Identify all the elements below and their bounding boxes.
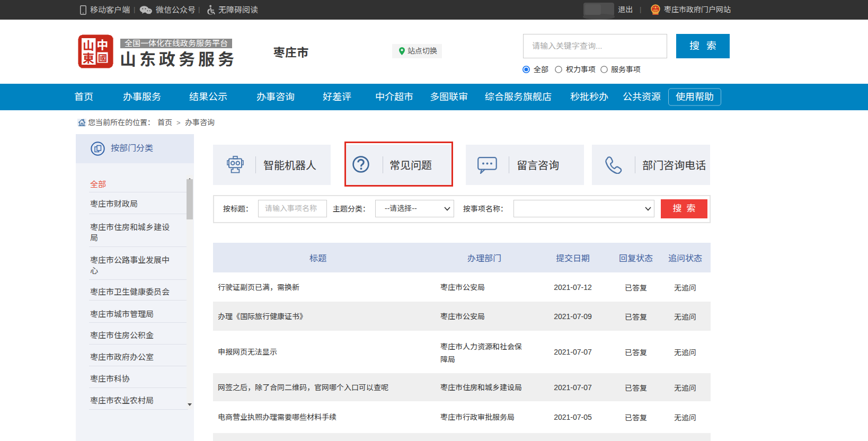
svg-text:東: 東 bbox=[83, 49, 94, 66]
svg-text:中: 中 bbox=[96, 36, 108, 52]
svg-text:國: 國 bbox=[98, 51, 107, 64]
